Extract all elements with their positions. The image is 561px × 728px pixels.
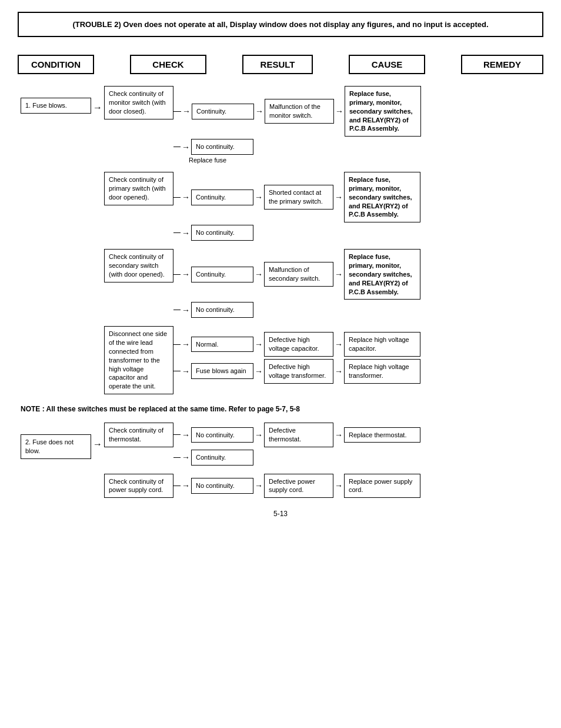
check-box-4: Disconnect one side of the wire lead con… — [104, 326, 173, 394]
check-group-2: Check continuity of primary switch (with… — [104, 172, 421, 241]
result-box-1b: No continuity. — [191, 139, 253, 155]
remedy-box-5a: Replace thermostat. — [344, 427, 420, 443]
remedy-box-4b: Replace high voltage transformer. — [344, 359, 420, 384]
check-box-1: Check continuity of monitor switch (with… — [104, 86, 173, 119]
results-branch-2: → Continuity. → Shorted contact at the p… — [173, 172, 420, 241]
remedy-box-6a: Replace power supply cord. — [344, 474, 420, 498]
result-box-5b: Continuity. — [191, 450, 253, 466]
result-box-3b: No continuity. — [191, 302, 253, 318]
column-headers: CONDITION CHECK RESULT CAUSE REMEDY — [18, 55, 543, 74]
check-box-2: Check continuity of primary switch (with… — [104, 172, 173, 205]
replace-fuse-note: Replace fuse — [189, 157, 421, 164]
check-box-5: Check continuity of thermostat. — [104, 423, 173, 447]
section1: 1. Fuse blows. → Check continuity of mon… — [21, 86, 540, 394]
results-branch-6: → No continuity. → Defective power suppl… — [173, 474, 420, 498]
main-flow: 1. Fuse blows. → Check continuity of mon… — [18, 86, 543, 498]
result-box-3a: Continuity. — [191, 267, 253, 282]
section2: 2. Fuse does not blow. → Check continuit… — [21, 423, 540, 498]
remedy-box-2a: Replace fuse, primary, monitor, secondar… — [344, 172, 420, 222]
check-group-6: Check continuity of power supply cord. →… — [104, 474, 420, 498]
result-box-4a: Normal. — [191, 337, 253, 353]
check-group-5: Check continuity of thermostat. → No con… — [104, 423, 420, 466]
cause-box-4a: Defective high voltage capacitor. — [264, 332, 333, 357]
results-branch-5: → No continuity. → Defective thermostat.… — [173, 423, 420, 466]
page-title: (TROUBLE 2) Oven does not operate at all… — [18, 12, 543, 37]
result-box-6a: No continuity. — [191, 478, 253, 494]
checks-col-1: Check continuity of monitor switch (with… — [104, 86, 421, 394]
header-result: RESULT — [242, 55, 313, 74]
condition-box-2: 2. Fuse does not blow. — [21, 434, 91, 459]
cause-box-2a: Shorted contact at the primary switch. — [264, 185, 333, 210]
checks-col-2: Check continuity of thermostat. → No con… — [104, 423, 420, 498]
results-branch-3: → Continuity. → Malfunction of secondary… — [173, 249, 420, 318]
check-group-1: Check continuity of monitor switch (with… — [104, 86, 421, 164]
check-box-3: Check continuity of secondary switch (wi… — [104, 249, 173, 282]
cause-box-4b: Defective high voltage transformer. — [264, 359, 333, 384]
remedy-box-1a: Replace fuse, primary, monitor, secondar… — [345, 86, 421, 137]
arrow-cond1: → — [91, 86, 104, 113]
arrow-cond2: → — [91, 423, 104, 450]
results-branch-4: → Normal. → Defective high voltage capac… — [173, 326, 420, 383]
cause-box-1a: Malfunction of the monitor switch. — [265, 99, 334, 124]
check-group-3: Check continuity of secondary switch (wi… — [104, 249, 421, 318]
remedy-box-4a: Replace high voltage capacitor. — [344, 332, 420, 357]
check-box-6: Check continuity of power supply cord. — [104, 474, 173, 498]
result-box-2a: Continuity. — [191, 190, 253, 205]
page-number: 5-13 — [18, 510, 543, 518]
result-box-1a: Continuity. — [192, 104, 254, 119]
header-condition: CONDITION — [18, 55, 94, 74]
result-box-5a: No continuity. — [191, 427, 253, 443]
cause-box-5a: Defective thermostat. — [264, 423, 333, 447]
check-group-4: Disconnect one side of the wire lead con… — [104, 326, 421, 394]
note-text: NOTE : All these switches must be replac… — [21, 405, 540, 413]
cause-box-3a: Malfunction of secondary switch. — [264, 262, 333, 287]
results-branch-1: → Continuity. → Malfunction of the monit… — [173, 86, 421, 164]
condition-box-1: 1. Fuse blows. — [21, 98, 91, 114]
result-box-4b: Fuse blows again — [191, 363, 253, 379]
header-check: CHECK — [130, 55, 206, 74]
header-remedy: REMEDY — [461, 55, 543, 74]
cause-box-6a: Defective power supply cord. — [264, 474, 333, 498]
header-cause: CAUSE — [349, 55, 425, 74]
remedy-box-3a: Replace fuse, primary, monitor, secondar… — [344, 249, 420, 300]
result-box-2b: No continuity. — [191, 225, 253, 241]
